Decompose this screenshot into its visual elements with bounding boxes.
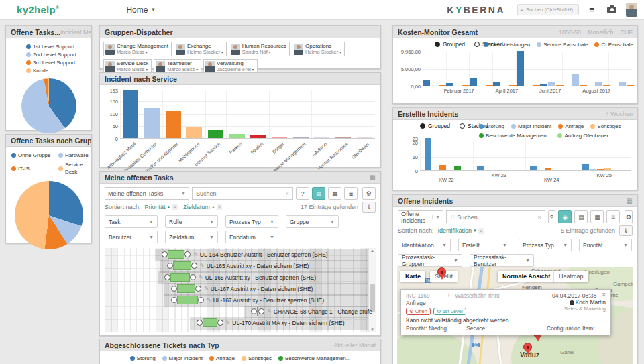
bar-st-rung[interactable] [530,166,537,170]
task-start-handle[interactable] [171,297,177,303]
bar-human-resources[interactable] [335,137,351,138]
view-button-list[interactable]: ≣ [606,210,620,223]
legend-item[interactable]: IT-IS [11,165,52,172]
view-select[interactable]: Offene Incidents▼ [398,210,443,223]
bar-ci-pauschale[interactable] [603,85,610,86]
remove-sort-icon[interactable]: × [217,204,223,210]
dispatcher-chip[interactable]: ExchangeHeimo Stocker ▾ [174,42,227,56]
bar-ci-pauschale[interactable] [580,85,587,86]
search-input[interactable] [457,214,535,221]
legend-item[interactable]: 2nd Level Support [26,51,91,58]
sort-tag-zieldatum[interactable]: Zieldatum▲× [183,204,222,210]
legend-item[interactable]: Anfrage [209,355,235,362]
task-end-handle[interactable] [191,263,197,269]
task-end-handle[interactable] [217,320,223,326]
task-end-handle[interactable] [184,251,191,257]
task-start-handle[interactable] [251,308,257,314]
map-view-normale-ansicht[interactable]: Normale Ansicht [498,271,555,282]
grid-icon[interactable]: ▦ [370,174,376,181]
close-icon[interactable]: × [602,292,606,298]
bar-b-rger[interactable] [272,137,287,138]
legend-item[interactable]: Kunde [26,67,91,74]
edit-pencil-icon[interactable]: ✎ [200,263,205,269]
legend-item[interactable]: Major Incident [511,123,551,130]
filter-task[interactable]: Task▼ [105,215,158,228]
bar-dienstleistungen[interactable] [446,83,453,86]
legend-item[interactable]: Störung [130,355,156,362]
settings-gear-button[interactable]: ⚙ [362,187,376,200]
filter-prozess-typ[interactable]: Prozess Typ▼ [225,215,278,228]
task-start-handle[interactable] [167,263,173,269]
map-marker-pin[interactable] [523,343,532,351]
task-end-handle[interactable] [198,297,204,303]
filter-priorit-t[interactable]: Priorität▼ [579,239,632,251]
sort-tag-priorität[interactable]: Priorität▲× [145,204,178,210]
legend-item[interactable]: CI Pauschale [594,41,633,48]
edit-pencil-icon[interactable]: ✎ [199,274,203,280]
legend-item[interactable]: Sonstiges [590,123,621,130]
task-bar[interactable] [203,318,217,327]
bar-st-rung[interactable] [477,166,484,170]
map-marker-pin[interactable] [437,267,446,276]
bar-dienstleistungen[interactable] [493,82,500,86]
bar-st-rung[interactable] [425,138,431,170]
mode-radio-grouped[interactable]: Grouped [435,41,465,48]
legend-item[interactable]: Beschwerde Managemen... [278,355,350,362]
bar-dienstleistungen[interactable] [540,84,547,86]
legend-item[interactable]: Hardware [58,151,96,159]
bar-ci-pauschale[interactable] [462,85,470,86]
bar-auftrag-ofenbauer[interactable] [619,170,626,171]
task-start-handle[interactable] [171,286,177,292]
filter-prozesstask-gruppen[interactable]: Prozesstask-Gruppen▼ [398,254,462,267]
bar-dienstleistungen[interactable] [517,51,524,86]
view-select[interactable]: Meine offenen Tasks▼ [105,187,189,200]
filter-rolle[interactable]: Rolle▼ [165,215,218,228]
bar-ci-pauschale[interactable] [486,85,493,86]
view-button-calendar[interactable]: ▤ [574,210,588,223]
legend-item[interactable]: Service Pauschale [537,41,588,48]
legend-item[interactable]: Ohne Gruppe [11,151,52,159]
scroll-up-arrow[interactable]: ▲ [369,249,376,253]
offene-tasks-gruppe-pie-chart[interactable] [15,181,83,249]
filter-identifikation[interactable]: Identifikation▼ [398,239,451,251]
legend-item[interactable]: Major Incident [162,355,203,362]
global-search-input[interactable]: ⌕Suchen (Ctrl+Shift+f) [517,4,579,15]
bar-anfrage[interactable] [439,165,446,170]
bar-auftrag-ofenbauer[interactable] [514,170,521,171]
menu-list-icon[interactable]: ≡ [584,4,599,16]
dispatcher-chip[interactable]: VerwaltungJacqueline Frei ▾ [203,59,258,74]
user-avatar[interactable] [626,3,637,17]
bar-eauktion[interactable] [314,137,329,138]
mode-radio-grouped[interactable]: Grouped [420,123,450,129]
map-control-karte[interactable]: Karte [400,271,425,282]
edit-pencil-icon[interactable]: ✎ [226,320,231,326]
ky2help-logo[interactable]: ky2help® [17,4,59,15]
bar-major-incident[interactable] [590,169,596,170]
bar-dienstleistungen[interactable] [423,80,430,86]
bar-ci-pauschale[interactable] [627,85,634,86]
bar-anfrage[interactable] [597,169,604,170]
bar-dienstleistungen[interactable] [470,78,477,86]
task-bar[interactable] [257,307,258,316]
remove-sort-icon[interactable]: × [172,204,178,210]
vertical-scrollbar[interactable]: ▲ ▼ [368,248,376,332]
home-menu[interactable]: Home▼ [126,5,156,15]
bar-mobilephone[interactable] [186,127,202,138]
bar-st-rung[interactable] [582,164,589,170]
bar-internet-service[interactable] [208,130,223,138]
task-bar[interactable] [173,261,191,270]
task-end-handle[interactable] [258,308,264,314]
bar-sonstiges[interactable] [604,168,611,170]
edit-pencil-icon[interactable]: ✎ [204,286,209,292]
view-button-table[interactable]: ▦ [590,210,604,223]
legend-item[interactable]: Dienstleistungen [484,41,530,48]
legend-item[interactable]: Anfrage [558,123,584,130]
bar-anfrage[interactable] [545,168,551,170]
task-start-handle[interactable] [197,320,203,326]
bar-auftrag-ofenbauer[interactable] [567,170,574,171]
bar-arbeitsplatz-computer[interactable] [144,108,160,139]
filter-enddatum[interactable]: Enddatum▼ [225,231,278,243]
filter-erstellt[interactable]: Erstellt▼ [458,239,511,251]
filter-prozess-typ[interactable]: Prozess Typ▼ [519,239,572,251]
task-start-handle[interactable] [164,274,170,280]
